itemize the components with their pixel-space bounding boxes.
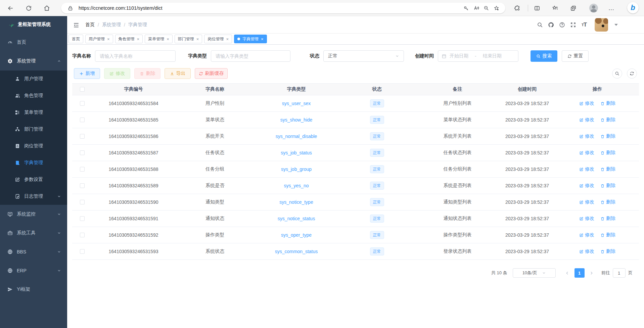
split-screen-icon[interactable]	[531, 2, 543, 14]
browser-refresh-button[interactable]	[23, 2, 34, 14]
row-delete-link[interactable]: 删除	[600, 100, 615, 106]
next-page-button[interactable]	[587, 268, 597, 278]
dict-name-input[interactable]	[95, 50, 176, 62]
url-text[interactable]: https://ccnetcore.com:1101/system/dict	[79, 5, 461, 11]
add-button[interactable]: 新增	[74, 68, 100, 79]
sidebar-item-posts[interactable]: 岗位管理	[0, 138, 67, 154]
page-size-select[interactable]: 10条/页	[513, 268, 556, 278]
browser-back-button[interactable]	[5, 2, 16, 14]
row-checkbox[interactable]	[80, 216, 85, 221]
sidebar-item-departments[interactable]: 部门管理	[0, 121, 67, 138]
tab-user-mgmt[interactable]: 用户管理 ×	[85, 35, 113, 43]
row-checkbox[interactable]	[80, 134, 85, 139]
row-delete-link[interactable]: 删除	[600, 232, 615, 238]
row-edit-link[interactable]: 修改	[579, 216, 594, 222]
tab-home[interactable]: 首页	[68, 35, 83, 43]
edit-button[interactable]: 修改	[104, 68, 130, 79]
row-checkbox[interactable]	[80, 118, 85, 122]
sidebar-item-parameters[interactable]: 参数设置	[0, 171, 67, 188]
read-aloud-icon[interactable]	[471, 3, 481, 13]
row-delete-link[interactable]: 删除	[600, 216, 615, 222]
tab-post-mgmt[interactable]: 岗位管理 ×	[204, 35, 232, 43]
prev-page-button[interactable]	[562, 268, 572, 278]
sidebar-item-system[interactable]: 系统管理	[0, 52, 67, 71]
row-checkbox[interactable]	[80, 101, 85, 106]
row-checkbox[interactable]	[80, 167, 85, 172]
delete-button[interactable]: 删除	[134, 68, 160, 79]
current-page[interactable]: 1	[574, 268, 585, 278]
row-edit-link[interactable]: 修改	[579, 166, 594, 172]
tab-close-icon[interactable]: ×	[137, 37, 140, 41]
browser-home-button[interactable]	[41, 2, 52, 14]
goto-page-input[interactable]	[613, 268, 626, 278]
row-delete-link[interactable]: 删除	[600, 150, 615, 156]
reset-button[interactable]: 重置	[562, 50, 589, 62]
font-size-icon[interactable]: TT	[581, 21, 588, 28]
row-delete-link[interactable]: 删除	[600, 117, 615, 123]
date-range-picker[interactable]: 开始日期 - 结束日期	[438, 50, 518, 62]
row-checkbox[interactable]	[80, 150, 85, 155]
favorites-icon[interactable]	[549, 2, 561, 14]
dict-type-link[interactable]: sys_common_status	[275, 249, 318, 254]
sidebar-item-users[interactable]: 用户管理	[0, 71, 67, 87]
tab-dept-mgmt[interactable]: 部门管理 ×	[175, 35, 202, 43]
dict-type-link[interactable]: sys_job_status	[281, 150, 312, 155]
collections-icon[interactable]	[567, 2, 579, 14]
dict-type-link[interactable]: sys_normal_disable	[276, 134, 317, 139]
dict-type-link[interactable]: sys_oper_type	[281, 232, 312, 238]
zoom-out-icon[interactable]	[481, 3, 491, 13]
refresh-cache-button[interactable]: 刷新缓存	[195, 68, 228, 79]
dict-type-link[interactable]: sys_show_hide	[280, 117, 313, 123]
tab-close-icon[interactable]: ×	[196, 37, 199, 41]
dict-type-link[interactable]: sys_job_group	[281, 167, 312, 172]
github-icon[interactable]	[548, 21, 554, 28]
sidebar-item-monitor[interactable]: 系统监控	[0, 205, 67, 224]
row-edit-link[interactable]: 修改	[579, 183, 594, 189]
breadcrumb-home[interactable]: 首页	[85, 22, 95, 28]
dict-type-link[interactable]: sys_user_sex	[282, 101, 311, 106]
row-edit-link[interactable]: 修改	[579, 232, 594, 238]
status-select[interactable]: 正常	[323, 50, 404, 62]
bing-chat-icon[interactable]: b	[627, 2, 639, 13]
browser-profile-avatar[interactable]	[589, 4, 598, 12]
address-bar[interactable]: https://ccnetcore.com:1101/system/dict	[61, 3, 505, 13]
row-checkbox[interactable]	[80, 200, 85, 204]
refresh-table-button[interactable]	[627, 68, 637, 79]
row-delete-link[interactable]: 删除	[600, 248, 615, 254]
add-favorite-icon[interactable]	[491, 3, 501, 13]
help-icon[interactable]	[559, 21, 565, 28]
extensions-icon[interactable]	[511, 2, 523, 14]
tab-menu-mgmt[interactable]: 菜单管理 ×	[145, 35, 173, 43]
row-delete-link[interactable]: 删除	[600, 183, 615, 189]
sidebar-fold-icon[interactable]	[72, 21, 81, 30]
row-edit-link[interactable]: 修改	[579, 117, 594, 123]
row-delete-link[interactable]: 删除	[600, 166, 615, 172]
row-edit-link[interactable]: 修改	[579, 150, 594, 156]
sidebar-item-roles[interactable]: 角色管理	[0, 87, 67, 104]
header-search-icon[interactable]	[537, 21, 543, 28]
tab-close-icon[interactable]: ×	[107, 37, 110, 41]
sidebar-item-yi-framework[interactable]: Yi框架	[0, 280, 67, 299]
tab-close-icon[interactable]: ×	[261, 37, 264, 41]
row-edit-link[interactable]: 修改	[579, 248, 594, 254]
tab-close-icon[interactable]: ×	[167, 37, 169, 41]
dict-type-link[interactable]: sys_notice_type	[279, 199, 313, 205]
select-all-checkbox[interactable]	[80, 87, 85, 92]
row-edit-link[interactable]: 修改	[579, 100, 594, 106]
sidebar-item-bbs[interactable]: BBS	[0, 242, 67, 261]
row-edit-link[interactable]: 修改	[579, 133, 594, 139]
sidebar-item-menus[interactable]: 菜单管理	[0, 104, 67, 121]
dict-type-link[interactable]: sys_yes_no	[284, 183, 309, 188]
export-button[interactable]: 导出	[165, 68, 191, 79]
password-key-icon[interactable]	[461, 3, 471, 13]
sidebar-item-erp[interactable]: ERP	[0, 261, 67, 280]
row-edit-link[interactable]: 修改	[579, 199, 594, 205]
tab-role-mgmt[interactable]: 角色管理 ×	[115, 35, 143, 43]
row-checkbox[interactable]	[80, 233, 85, 237]
dict-type-input[interactable]	[211, 50, 290, 62]
user-avatar[interactable]	[595, 18, 608, 32]
sidebar-item-dictionary[interactable]: 字典管理	[0, 154, 67, 171]
row-checkbox[interactable]	[80, 183, 85, 188]
dict-type-link[interactable]: sys_notice_status	[278, 216, 315, 221]
sidebar-item-home[interactable]: 首页	[0, 33, 67, 52]
